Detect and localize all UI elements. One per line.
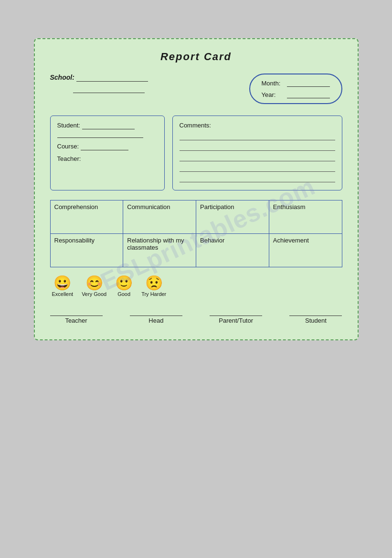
school-line2-input[interactable] [73, 85, 145, 93]
sig-label-head: Head [148, 317, 163, 324]
course-row: Course: [57, 143, 158, 150]
student-line2[interactable] [57, 130, 143, 138]
grade-cell-behavior: Behavior [196, 234, 269, 267]
comment-line-1 [180, 132, 335, 140]
legend-excellent: 😀 Excellent [52, 276, 74, 297]
grades-table: Comprehension Communication Participatio… [50, 200, 342, 267]
sig-line-teacher [50, 308, 103, 316]
good-label: Good [117, 291, 130, 297]
month-row: Month: [262, 79, 330, 87]
comments-label: Comments: [180, 122, 335, 129]
grades-row-1: Comprehension Communication Participatio… [50, 200, 342, 234]
grade-cell-communication: Communication [123, 200, 196, 234]
sig-line-parent [210, 308, 262, 316]
grade-cell-responsability: Responsability [50, 234, 123, 267]
grades-row-2: Responsability Relationship with my clas… [50, 234, 342, 267]
mid-section: Student: Course: Teacher: [50, 116, 342, 190]
sig-parent-tutor: Parent/Tutor [210, 308, 262, 324]
comment-line-4 [180, 163, 335, 172]
year-input[interactable] [287, 91, 330, 98]
comment-line-5 [180, 174, 335, 182]
grade-cell-participation: Participation [196, 200, 269, 234]
comment-line-2 [180, 142, 335, 151]
try-harder-label: Try Harder [141, 291, 166, 297]
sig-label-teacher: Teacher [65, 317, 87, 324]
grade-cell-relationship: Relationship with my classmates [123, 234, 196, 267]
try-harder-icon: 😟 [145, 276, 163, 290]
signature-section: Teacher Head Parent/Tutor Student [50, 308, 342, 324]
legend-very-good: 😊 Very Good [82, 276, 106, 297]
grade-cell-achievement: Achievement [269, 234, 342, 267]
sig-head: Head [130, 308, 182, 324]
legend-section: 😀 Excellent 😊 Very Good 🙂 Good 😟 Try Har… [52, 276, 342, 297]
comments-box: Comments: [172, 116, 342, 190]
legend-good: 🙂 Good [115, 276, 133, 297]
course-input[interactable] [81, 143, 128, 150]
comment-line-3 [180, 153, 335, 161]
school-name-input[interactable] [76, 74, 148, 82]
grade-cell-enthusiasm: Enthusiasm [269, 200, 342, 234]
year-label: Year: [262, 91, 283, 98]
excellent-icon: 😀 [53, 276, 71, 290]
sig-label-parent: Parent/Tutor [219, 317, 253, 324]
sig-line-head [130, 308, 182, 316]
student-label: Student: [57, 122, 80, 129]
grade-cell-comprehension: Comprehension [50, 200, 123, 234]
excellent-label: Excellent [52, 291, 74, 297]
sig-label-student: Student [305, 317, 327, 324]
month-input[interactable] [287, 79, 330, 87]
very-good-icon: 😊 [85, 276, 103, 290]
course-label: Course: [57, 143, 79, 150]
report-card: Report Card School: Month: Ye [34, 38, 359, 340]
month-label: Month: [262, 80, 283, 87]
teacher-label: Teacher: [57, 155, 158, 162]
very-good-label: Very Good [82, 291, 106, 297]
school-block: School: [50, 74, 148, 93]
report-card-title: Report Card [50, 51, 342, 63]
school-label: School: [50, 74, 74, 81]
good-icon: 🙂 [115, 276, 133, 290]
top-section: School: Month: Year: [50, 74, 342, 104]
student-input[interactable] [82, 122, 135, 129]
sig-teacher: Teacher [50, 308, 103, 324]
student-row: Student: [57, 122, 158, 138]
teacher-row: Teacher: [57, 155, 158, 162]
year-row: Year: [262, 91, 330, 98]
sig-line-student [289, 308, 342, 316]
legend-try-harder: 😟 Try Harder [141, 276, 166, 297]
sig-student: Student [289, 308, 342, 324]
month-year-box: Month: Year: [249, 74, 342, 104]
student-box: Student: Course: Teacher: [50, 116, 165, 190]
